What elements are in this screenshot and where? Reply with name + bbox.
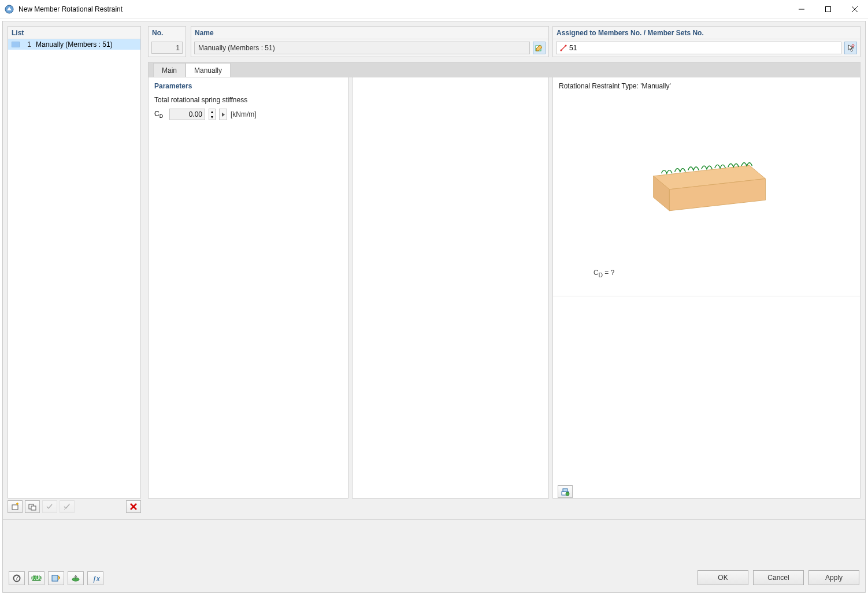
preview-formula: CD = ? (553, 268, 860, 278)
name-header: Name (191, 27, 548, 39)
tab-manually[interactable]: Manually (186, 63, 231, 77)
close-button[interactable] (841, 0, 868, 18)
bottom-bar: ? 0.00 ƒx OK Cancel Apply (3, 519, 865, 592)
parameter-symbol: CD (154, 110, 166, 119)
help-button[interactable]: ? (9, 571, 25, 585)
bottom-left-toolbar: ? 0.00 ƒx (9, 571, 103, 585)
assigned-field[interactable]: 51 (556, 42, 841, 54)
cd-value-input[interactable] (169, 109, 205, 120)
number-panel: No. (148, 26, 186, 57)
bottom-right-buttons: OK Cancel Apply (698, 570, 859, 585)
svg-rect-7 (31, 506, 36, 510)
number-input[interactable] (151, 42, 183, 54)
app-icon (5, 5, 14, 14)
list-item-swatch (12, 42, 20, 47)
units-button[interactable]: 0.00 (28, 571, 44, 585)
member-icon (560, 44, 567, 51)
empty-pane (352, 77, 549, 499)
list-body[interactable]: 1 Manually (Members : 51) (8, 39, 140, 498)
preview-bottom (553, 296, 860, 498)
svg-text:ƒx: ƒx (92, 575, 100, 583)
preview-image (553, 95, 860, 268)
name-panel: Name (191, 26, 549, 57)
assigned-value: 51 (569, 44, 577, 52)
maximize-button[interactable] (815, 0, 841, 18)
list-toolbar (8, 500, 141, 514)
view-mode-button[interactable] (48, 571, 64, 585)
cd-menu-button[interactable] (219, 109, 227, 120)
ok-button[interactable]: OK (698, 570, 748, 585)
list-panel: List 1 Manually (Members : 51) (8, 26, 141, 499)
delete-item-button[interactable] (126, 500, 141, 513)
svg-rect-27 (52, 575, 58, 581)
parameters-header: Parameters (149, 77, 348, 94)
tab-strip: Main Manually (148, 62, 860, 77)
assigned-panel: Assigned to Members No. / Member Sets No… (552, 26, 860, 57)
svg-point-14 (565, 45, 567, 47)
svg-text:?: ? (15, 574, 19, 582)
uncheck-all-button (60, 500, 75, 513)
number-header: No. (149, 27, 186, 39)
svg-rect-2 (826, 6, 831, 12)
spinner-up-icon[interactable]: ▲ (209, 109, 215, 114)
copy-item-button[interactable] (25, 500, 40, 513)
render-button[interactable] (68, 571, 84, 585)
svg-rect-5 (12, 505, 18, 510)
svg-point-21 (566, 492, 569, 496)
parameter-unit: [kNm/m] (231, 110, 257, 118)
titlebar: New Member Rotational Restraint (0, 0, 868, 18)
minimize-button[interactable] (788, 0, 815, 18)
new-item-button[interactable] (8, 500, 23, 513)
svg-point-15 (852, 44, 854, 47)
svg-text:0.00: 0.00 (31, 574, 42, 582)
list-item-label: Manually (Members : 51) (36, 40, 113, 49)
svg-line-8 (64, 504, 70, 510)
assigned-header: Assigned to Members No. / Member Sets No… (553, 27, 860, 39)
preview-pane: Rotational Restraint Type: 'Manually' (552, 77, 860, 499)
dialog-frame: List 1 Manually (Members : 51) No. (2, 21, 866, 593)
check-all-button (42, 500, 57, 513)
parameter-row-cd: CD ▲ ▼ [kNm/m] (149, 107, 348, 121)
spinner-down-icon[interactable]: ▼ (209, 114, 215, 120)
preview-settings-button[interactable] (558, 485, 573, 498)
name-input[interactable] (194, 42, 530, 54)
svg-point-13 (561, 50, 562, 51)
window-title: New Member Rotational Restraint (18, 5, 123, 13)
cd-spinner[interactable]: ▲ ▼ (209, 109, 216, 120)
parameter-label: Total rotational spring stiffness (149, 94, 348, 107)
preview-title: Rotational Restraint Type: 'Manually' (553, 77, 860, 95)
apply-button[interactable]: Apply (808, 570, 859, 585)
parameters-pane: Parameters Total rotational spring stiff… (148, 77, 348, 499)
cancel-button[interactable]: Cancel (753, 570, 804, 585)
list-item-index: 1 (22, 40, 31, 49)
svg-rect-20 (563, 489, 567, 492)
edit-name-button[interactable] (533, 42, 546, 54)
list-item[interactable]: 1 Manually (Members : 51) (8, 39, 140, 50)
pick-members-button[interactable] (844, 42, 857, 54)
formula-button[interactable]: ƒx (87, 571, 103, 585)
tab-main[interactable]: Main (153, 63, 186, 77)
list-header: List (8, 27, 140, 39)
